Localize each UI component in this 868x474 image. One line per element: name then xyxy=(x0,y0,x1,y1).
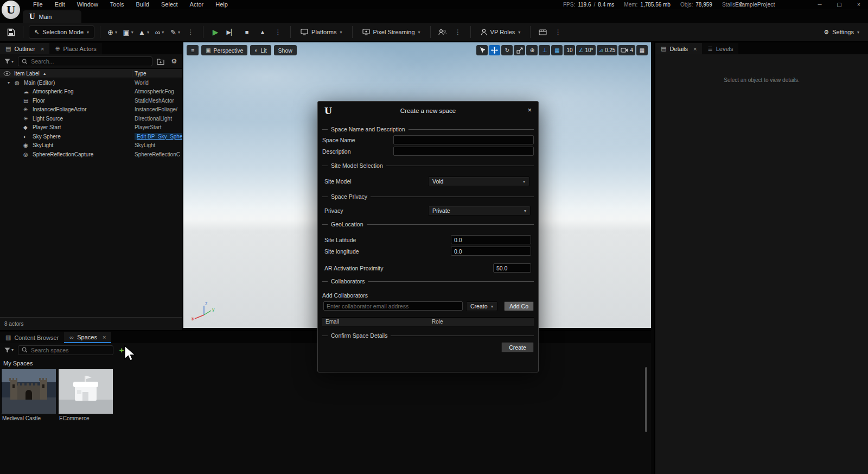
dialog-close-button[interactable]: × xyxy=(527,106,532,114)
outliner-settings-button[interactable]: ⚙ xyxy=(169,58,180,65)
outliner-search-input[interactable] xyxy=(30,58,149,65)
tab-outliner[interactable]: ▤ Outliner × xyxy=(0,43,49,54)
save-icon xyxy=(7,28,15,36)
show-dropdown[interactable]: Show xyxy=(274,45,297,55)
modes-button[interactable]: ▣▾ xyxy=(122,25,135,39)
quick-add-button[interactable]: ⊕▾ xyxy=(106,25,119,39)
camera-speed-button[interactable]: 4 xyxy=(618,45,635,55)
rotate-tool-button[interactable]: ↻ xyxy=(501,45,513,55)
maximize-button[interactable]: ▢ xyxy=(833,2,845,8)
add-collaborator-button[interactable]: Add Co xyxy=(504,301,534,311)
landscape-button[interactable]: ▲▾ xyxy=(137,25,150,39)
menu-build[interactable]: Build xyxy=(130,1,155,8)
scale-tool-button[interactable] xyxy=(514,45,525,55)
column-type[interactable]: Type xyxy=(135,71,146,77)
close-icon[interactable]: × xyxy=(103,334,106,340)
cinematics-button[interactable]: ✎▾ xyxy=(169,25,182,39)
perspective-dropdown[interactable]: ▣ Perspective xyxy=(201,45,247,55)
collaborator-role-dropdown[interactable]: Creato ▾ xyxy=(466,301,497,311)
menu-actor[interactable]: Actor xyxy=(184,1,210,8)
spaces-scrollbar[interactable] xyxy=(645,367,647,432)
toolbar-overflow-button[interactable]: ⋮ xyxy=(184,25,197,39)
scale-snap-toggle[interactable]: ⊿0.25 xyxy=(597,45,618,55)
sessions-button[interactable] xyxy=(436,25,449,39)
save-button[interactable] xyxy=(4,25,17,39)
eject-button[interactable]: ▲ xyxy=(256,25,269,39)
camera-options-button[interactable]: ⋮ xyxy=(552,25,565,39)
menu-window[interactable]: Window xyxy=(71,1,104,8)
tab-spaces[interactable]: ∞ Spaces × xyxy=(64,332,111,343)
close-button[interactable]: × xyxy=(853,2,865,8)
menu-edit[interactable]: Edit xyxy=(49,1,71,8)
move-tool-button[interactable] xyxy=(489,45,500,55)
spaces-filter-button[interactable]: ▾ xyxy=(3,347,15,353)
menu-help[interactable]: Help xyxy=(209,1,234,8)
tab-details[interactable]: ▤ Details × xyxy=(655,43,702,54)
frame-skip-button[interactable]: ▶▏ xyxy=(225,25,238,39)
space-thumbnail[interactable] xyxy=(58,369,112,413)
space-item-medieval-castle[interactable]: Medieval Castle xyxy=(1,369,56,421)
tab-place-actors[interactable]: ⊕ Place Actors xyxy=(49,43,101,54)
maximize-viewport-button[interactable]: ▦ xyxy=(636,45,648,55)
tab-levels[interactable]: ≣ Levels xyxy=(702,43,738,54)
vp-roles-dropdown[interactable]: VP Roles ▾ xyxy=(476,25,525,39)
menu-file[interactable]: File xyxy=(27,1,49,8)
menu-tools[interactable]: Tools xyxy=(104,1,130,8)
stop-button[interactable]: ■ xyxy=(240,25,253,39)
static-mesh-icon: ▤ xyxy=(23,98,33,104)
column-divider[interactable] xyxy=(132,70,132,77)
virtual-camera-button[interactable] xyxy=(536,25,549,39)
outliner-row[interactable]: ✳InstancedFoliageActorInstancedFoliage/ xyxy=(0,105,182,115)
outliner-row[interactable]: ▤FloorStaticMeshActor xyxy=(0,96,182,105)
grid-snap-value[interactable]: 10 xyxy=(564,45,575,55)
tab-main-level[interactable]: U Main xyxy=(23,10,81,23)
visibility-eye-icon[interactable] xyxy=(3,71,11,76)
play-button[interactable]: ▶ xyxy=(209,25,222,39)
close-icon[interactable]: × xyxy=(41,46,44,52)
space-name-input[interactable] xyxy=(393,135,534,144)
edit-blueprint-link[interactable]: Edit BP_Sky_Sphe xyxy=(135,133,182,140)
create-space-button[interactable]: Create xyxy=(501,342,534,352)
viewport-options-button[interactable]: ≡ xyxy=(187,45,199,55)
spaces-search-input[interactable] xyxy=(30,346,110,354)
space-thumbnail[interactable] xyxy=(1,369,55,413)
play-options-button[interactable]: ⋮ xyxy=(272,25,285,39)
outliner-row[interactable]: ◐Sky SphereEdit BP_Sky_Sphe xyxy=(0,132,182,141)
minimize-button[interactable]: ─ xyxy=(814,2,826,8)
performance-stats: FPS: 119.6 / 8.4 ms Mem: 1,785.56 mb Obj… xyxy=(563,0,743,9)
ar-proximity-input[interactable] xyxy=(493,263,531,273)
lit-dropdown[interactable]: ◐ Lit xyxy=(250,45,271,55)
surface-snap-button[interactable]: ⊥ xyxy=(539,45,550,55)
site-model-dropdown[interactable]: Void ▾ xyxy=(428,176,529,186)
pixel-streaming-dropdown[interactable]: Pixel Streaming ▾ xyxy=(358,25,425,39)
outliner-filter-button[interactable]: ▾ xyxy=(3,59,15,64)
expand-caret-icon[interactable]: ▾ xyxy=(8,80,15,85)
new-folder-button[interactable] xyxy=(155,59,166,65)
outliner-row[interactable]: ☀Light SourceDirectionalLight xyxy=(0,114,182,123)
longitude-input[interactable] xyxy=(451,247,531,256)
select-tool-button[interactable] xyxy=(476,45,488,55)
grid-snap-toggle[interactable]: ▦ xyxy=(551,45,563,55)
outliner-row[interactable]: ◆Player StartPlayerStart xyxy=(0,123,182,132)
collaborator-email-input[interactable] xyxy=(323,301,463,311)
space-item-ecommerce[interactable]: ECommerce xyxy=(58,369,113,421)
description-input[interactable] xyxy=(393,147,534,156)
platforms-dropdown[interactable]: Platforms ▾ xyxy=(296,25,346,39)
chevron-down-icon: ▾ xyxy=(11,347,14,352)
latitude-input[interactable] xyxy=(451,235,531,244)
outliner-row[interactable]: ▾◍Main (Editor)World xyxy=(0,78,182,87)
selection-mode-dropdown[interactable]: ↖ Selection Mode ▾ xyxy=(29,26,94,39)
outliner-row[interactable]: ◉SkyLightSkyLight xyxy=(0,141,182,150)
blueprints-button[interactable]: ∞▾ xyxy=(153,25,166,39)
outliner-row[interactable]: ☁Atmospheric FogAtmosphericFog xyxy=(0,87,182,97)
column-item-label[interactable]: Item Label xyxy=(14,71,40,77)
menu-select[interactable]: Select xyxy=(155,1,184,8)
close-icon[interactable]: × xyxy=(693,46,697,52)
world-space-button[interactable]: ⊕ xyxy=(526,45,538,55)
tab-content-browser[interactable]: ▥ Content Browser xyxy=(0,332,64,343)
rotation-snap-toggle[interactable]: ∠10° xyxy=(576,45,595,55)
outliner-row[interactable]: ◎SphereReflectionCaptureSphereReflection… xyxy=(0,150,182,159)
privacy-dropdown[interactable]: Private ▾ xyxy=(428,206,531,216)
sessions-options-button[interactable]: ⋮ xyxy=(452,25,465,39)
settings-dropdown[interactable]: ⚙ Settings ▾ xyxy=(819,25,864,39)
